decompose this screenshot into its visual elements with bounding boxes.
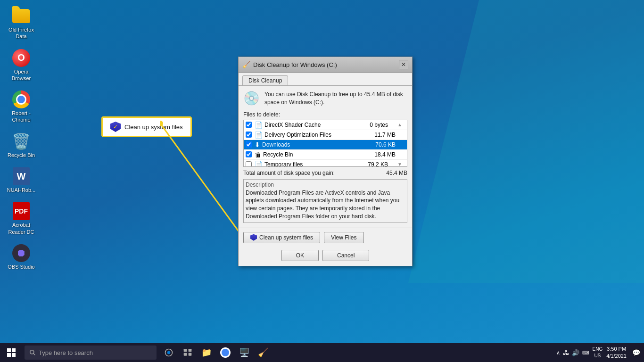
svg-rect-2 [7,348,11,352]
opera-icon: O [12,49,31,67]
taskbar-clock[interactable]: 3:50 PM 4/1/2021 [606,346,627,360]
dialog-close-button[interactable]: ✕ [399,60,408,69]
word-icon: W [12,167,31,186]
taskbar-app-icons: 📁 🖥️ 🧹 [160,343,272,362]
file-checkbox-delivery[interactable] [246,132,252,138]
tab-disk-cleanup[interactable]: Disk Cleanup [242,75,288,85]
file-icon-delivery: 📄 [255,131,263,139]
file-name-delivery: Delivery Optimization Files [264,132,374,138]
desktop-icon-acrobat[interactable]: PDF AcrobatReader DC [5,200,38,237]
obs-icon: ⏺ [12,244,31,263]
desktop-icon-old-firefox[interactable]: Old Firefox Data [5,5,38,42]
file-row-directx[interactable]: 📄 DirectX Shader Cache 0 bytes ▲ [244,120,407,130]
desktop-icons: Old Firefox Data O OperaBrowser Robert -… [5,5,38,272]
file-row-temp[interactable]: 📄 Temporary files 79.2 KB ▼ [244,160,407,167]
annotation-shield-icon [110,122,121,132]
desktop-icon-label-chrome: Robert -Chrome [12,110,31,123]
desktop-icon-label-obs: OBS Studio [8,263,34,270]
file-checkbox-recycle[interactable] [246,151,252,157]
dialog-info-row: 💿 You can use Disk Cleanup to free up to… [243,90,407,107]
file-size-directx: 0 bytes [370,122,397,128]
network-icon[interactable]: 🖧 [563,349,569,356]
desktop-icon-obs[interactable]: ⏺ OBS Studio [5,242,38,272]
clean-up-system-files-label: Clean up system files [259,234,313,241]
dialog-titlebar: 🧹 Disk Cleanup for Windows (C:) ✕ [239,57,412,73]
dialog-footer: OK Cancel [239,247,412,266]
svg-line-7 [33,354,35,355]
file-name-directx: DirectX Shader Cache [264,122,370,128]
dialog-title-icon: 🧹 [242,61,250,68]
taskbar-sys-icons: ∧ 🖧 🔊 ⌨ [556,349,589,356]
files-list[interactable]: 📄 DirectX Shader Cache 0 bytes ▲ 📄 Deliv… [243,120,407,167]
clean-up-system-files-button[interactable]: Clean up system files [243,232,320,243]
taskbar-date-value: 4/1/2021 [606,353,627,360]
description-label: Description [246,181,405,188]
start-button[interactable] [0,343,23,362]
dialog-content: 💿 You can use Disk Cleanup to free up to… [239,86,412,228]
taskbar-chrome-icon[interactable] [217,343,234,362]
file-checkbox-temp[interactable] [246,161,252,167]
taskbar-app5-icon[interactable]: 🖥️ [236,343,253,362]
dialog-title: Disk Cleanup for Windows (C:) [253,61,337,68]
desktop-icon-recycle-bin[interactable]: 🗑️ Recycle Bin [5,130,38,160]
svg-rect-10 [184,349,187,352]
description-text: Downloaded Program Files are ActiveX con… [246,189,405,221]
taskbar-file-explorer-icon[interactable]: 📁 [198,343,215,362]
svg-rect-3 [12,348,16,352]
file-row-delivery[interactable]: 📄 Delivery Optimization Files 11.7 MB [244,130,407,140]
svg-rect-5 [12,353,16,357]
disk-cleanup-dialog: 🧹 Disk Cleanup for Windows (C:) ✕ Disk C… [238,57,413,266]
view-files-label: View Files [331,234,356,241]
file-name-temp: Temporary files [264,161,368,167]
svg-rect-13 [189,353,192,356]
description-box: Description Downloaded Program Files are… [243,179,407,223]
recycle-bin-icon: 🗑️ [12,132,31,151]
file-icon-temp: 📄 [255,161,263,167]
file-icon-recycle: 🗑 [255,151,261,158]
chevron-up-icon[interactable]: ∧ [556,350,560,356]
taskbar-search-placeholder: Type here to search [39,349,93,356]
file-icon-directx: 📄 [255,121,263,129]
keyboard-icon: ⌨ [582,350,589,355]
dialog-title-left: 🧹 Disk Cleanup for Windows (C:) [242,61,337,68]
cancel-button[interactable]: Cancel [322,250,369,261]
desktop-icon-chrome[interactable]: Robert -Chrome [5,88,38,125]
desktop-icon-nuah-rob[interactable]: W NUAHRob... [5,165,38,195]
desktop-icon-label-recycle-bin: Recycle Bin [8,152,35,158]
dialog-action-buttons: Clean up system files View Files [239,228,412,247]
file-checkbox-directx[interactable] [246,122,252,128]
taskbar-time-value: 3:50 PM [606,346,627,353]
desktop-icon-label-acrobat: AcrobatReader DC [8,222,34,235]
file-icon-downloads: ⬇ [255,141,260,148]
desktop-icon-label-opera: OperaBrowser [12,68,31,82]
taskbar-right: ∧ 🖧 🔊 ⌨ ENGUS 3:50 PM 4/1/2021 💬 [556,346,644,360]
view-files-button[interactable]: View Files [324,232,363,243]
folder-icon [12,7,31,25]
annotation-label: Clean up system files [124,123,183,131]
desktop-icon-label-nuah-rob: NUAHRob... [7,187,36,193]
file-size-temp: 79.2 KB [368,161,397,167]
taskbar-search[interactable]: Type here to search [25,346,157,360]
volume-icon[interactable]: 🔊 [572,349,579,356]
file-name-downloads: Downloads [262,141,375,148]
file-checkbox-downloads[interactable] [246,141,252,148]
file-row-recycle[interactable]: 🗑 Recycle Bin 18.4 MB [244,150,407,160]
taskbar-cortana-icon[interactable] [160,343,177,362]
svg-rect-11 [189,349,192,352]
file-name-recycle: Recycle Bin [263,151,374,158]
file-row-downloads[interactable]: ⬇ Downloads 70.6 KB [244,140,407,150]
taskbar-disk-icon[interactable]: 🧹 [255,343,272,362]
taskbar: Type here to search 📁 🖥️ � [0,343,644,362]
file-size-delivery: 11.7 MB [374,132,405,138]
total-label: Total amount of disk space you gain: [243,170,335,176]
dialog-tab-bar: Disk Cleanup [239,73,412,86]
ok-button[interactable]: OK [281,250,319,261]
desktop-icon-opera[interactable]: O OperaBrowser [5,47,38,84]
search-icon [29,349,36,356]
acrobat-icon: PDF [12,202,31,221]
notification-icon[interactable]: 💬 [632,349,640,356]
files-to-delete-label: Files to delete: [243,111,407,118]
desktop-icon-label-old-firefox: Old Firefox Data [7,26,36,40]
taskbar-task-view-icon[interactable] [179,343,196,362]
shield-icon-btn [250,234,257,241]
